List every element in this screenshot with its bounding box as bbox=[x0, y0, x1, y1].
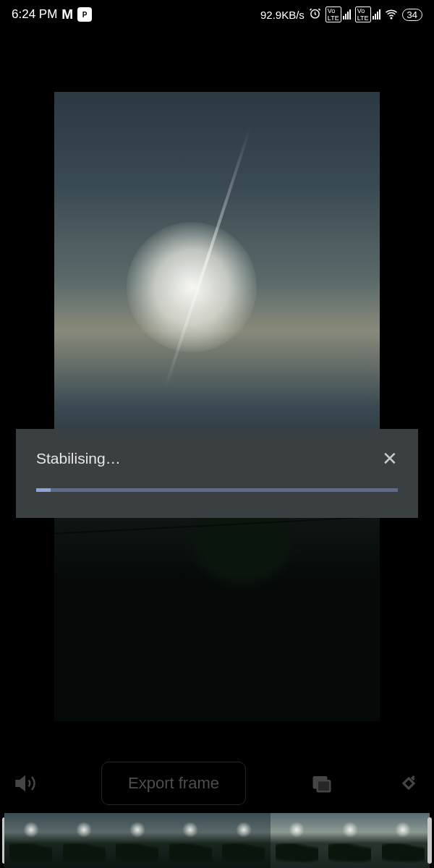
battery-indicator: 34 bbox=[402, 9, 422, 21]
wifi-icon bbox=[385, 7, 398, 22]
timeline-thumb[interactable] bbox=[164, 813, 218, 868]
network-speed: 92.9KB/s bbox=[260, 9, 305, 21]
svg-rect-5 bbox=[404, 778, 414, 788]
volume-button[interactable] bbox=[14, 773, 36, 794]
sim1-signal: VoLTE bbox=[326, 7, 351, 22]
close-icon[interactable]: ✕ bbox=[382, 449, 398, 468]
rotate-button[interactable] bbox=[398, 773, 420, 794]
timeline-thumb[interactable] bbox=[217, 813, 271, 868]
status-time: 6:24 PM bbox=[12, 7, 57, 22]
stabilise-button[interactable] bbox=[311, 773, 333, 794]
progress-fill bbox=[36, 488, 51, 492]
editor-toolbar: Export frame bbox=[0, 754, 434, 813]
svg-rect-4 bbox=[318, 780, 331, 791]
timeline-thumb[interactable] bbox=[323, 813, 377, 868]
progress-bar bbox=[36, 488, 398, 492]
sim2-signal: VoLTE bbox=[355, 7, 380, 22]
export-frame-button[interactable]: Export frame bbox=[101, 762, 246, 805]
status-left: 6:24 PM M P bbox=[12, 7, 92, 22]
progress-dialog: Stabilising… ✕ bbox=[16, 429, 418, 518]
status-right: 92.9KB/s VoLTE VoLTE 34 bbox=[260, 7, 422, 22]
timeline-thumb[interactable] bbox=[111, 813, 164, 868]
trim-handle-end[interactable] bbox=[427, 817, 432, 864]
video-preview[interactable] bbox=[54, 92, 380, 721]
timeline-filmstrip[interactable] bbox=[0, 813, 434, 868]
timeline-thumb[interactable] bbox=[58, 813, 111, 868]
alarm-icon bbox=[309, 7, 321, 22]
app-indicator-paytm: P bbox=[77, 7, 92, 22]
video-canvas-area: Stabilising… ✕ bbox=[0, 29, 434, 754]
svg-point-1 bbox=[391, 17, 392, 19]
timeline-thumb[interactable] bbox=[377, 813, 430, 868]
timeline-thumb[interactable] bbox=[271, 813, 324, 868]
app-indicator-m: M bbox=[61, 7, 73, 22]
preview-content bbox=[127, 222, 257, 352]
timeline-thumb[interactable] bbox=[4, 813, 58, 868]
status-bar: 6:24 PM M P 92.9KB/s VoLTE VoLTE 34 bbox=[0, 0, 434, 29]
dialog-title: Stabilising… bbox=[36, 450, 121, 467]
svg-marker-2 bbox=[17, 777, 25, 790]
